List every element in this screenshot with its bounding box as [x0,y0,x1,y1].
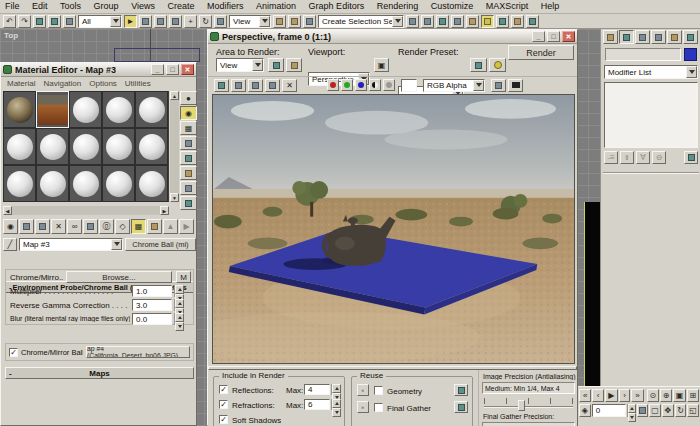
key-mode-icon[interactable]: ◈ [579,404,591,417]
chevron-down-icon[interactable] [473,80,484,91]
color-correction-icon[interactable] [491,79,506,92]
reset-map-icon[interactable]: ✕ [51,219,66,234]
selection-set-dropdown[interactable]: Create Selection Set [318,15,404,28]
material-type-button[interactable]: Chrome Ball (mi) [125,238,196,251]
curve-editor-icon[interactable] [451,15,464,28]
final-gather-file-icon[interactable] [454,401,468,413]
previous-frame-icon[interactable]: ‹ [592,389,603,402]
close-icon[interactable]: ✕ [562,31,575,42]
bind-spacewarp-icon[interactable] [63,15,76,28]
sample-slot[interactable] [135,128,168,165]
object-color-swatch[interactable] [684,48,697,61]
slider-thumb[interactable] [518,400,525,411]
move-icon[interactable]: + [184,15,197,28]
tab-hierarchy-icon[interactable] [635,30,650,44]
show-end-result-material-icon[interactable] [147,219,162,234]
next-frame-icon[interactable]: › [619,389,630,402]
blue-channel-icon[interactable] [355,79,367,91]
browse-button[interactable]: Browse... [66,271,172,283]
sample-slot-desert-map[interactable] [36,91,69,128]
select-by-name-icon[interactable] [139,15,152,28]
sample-type-sphere-icon[interactable]: ● [180,91,197,105]
go-to-end-icon[interactable]: » [631,389,643,402]
menu-options[interactable]: Options [86,79,120,88]
map-slot-button[interactable]: ap #4 (California_Desert_bp06.JPG) [86,346,190,358]
material-editor-icon[interactable] [481,15,494,28]
reflections-max-field[interactable]: 4 [304,384,330,395]
sample-slot-vscrollbar[interactable]: ▲ ▼ [170,91,179,202]
layer-manager-icon[interactable] [436,15,449,28]
unlink-icon[interactable] [48,15,61,28]
tab-modify-icon[interactable] [619,30,634,44]
clear-image-icon[interactable]: ✕ [282,79,297,92]
sample-slot-hscrollbar[interactable]: ◀ ▶ [3,206,169,215]
toggle-ui-icon[interactable] [508,79,523,92]
assign-to-selection-icon[interactable] [35,219,50,234]
get-material-icon[interactable]: ◉ [3,219,18,234]
blur-field[interactable]: 0.0 [132,313,172,325]
sample-tiling-icon[interactable] [180,136,197,150]
pan-icon[interactable]: ✥ [662,404,674,417]
options-icon[interactable] [180,181,197,195]
configure-modifier-sets-icon[interactable] [684,151,698,164]
material-id-channel-icon[interactable]: ⓪ [99,219,114,234]
compare-ab-icon[interactable] [248,79,263,92]
sample-slot[interactable] [69,128,102,165]
sample-slot[interactable] [3,128,36,165]
chevron-down-icon[interactable] [110,16,121,27]
chevron-down-icon[interactable] [259,16,270,27]
put-to-library-icon[interactable] [83,219,98,234]
show-map-in-viewport-icon[interactable]: ▦ [131,219,146,234]
refractions-max-spinner[interactable] [331,399,341,410]
tab-create-icon[interactable] [603,30,618,44]
blur-spinner[interactable] [174,313,184,325]
mono-channel-icon[interactable] [369,79,381,91]
sample-slot[interactable] [69,165,102,202]
sample-slot[interactable] [102,128,135,165]
minimize-icon[interactable]: _ [532,31,545,42]
make-preview-icon[interactable] [180,166,197,180]
menu-group[interactable]: Group [89,0,124,12]
map-button[interactable]: M [176,271,191,283]
background-checker-icon[interactable]: ▦ [180,121,197,135]
red-channel-icon[interactable] [327,79,339,91]
clone-window-icon[interactable] [231,79,246,92]
image-precision-slider[interactable] [482,396,575,410]
pin-stack-icon[interactable]: -≡ [604,151,618,164]
reverse-gamma-spinner[interactable] [174,299,184,311]
viewport-lock-icon[interactable]: ▣ [374,58,389,72]
show-std-map-icon[interactable]: ◇ [115,219,130,234]
sample-slot[interactable] [102,91,135,128]
snap-toggle-icon[interactable] [303,15,316,28]
menu-customize[interactable]: Customize [426,0,479,12]
menu-create[interactable]: Create [163,0,200,12]
scale-icon[interactable] [214,15,227,28]
menu-graph-editors[interactable]: Graph Editors [304,0,370,12]
region-zoom-icon[interactable]: ▢ [649,404,661,417]
quick-render-icon[interactable] [526,15,539,28]
menu-maxscript[interactable]: MAXScript [481,0,534,12]
menu-animation[interactable]: Animation [251,0,301,12]
maps-rollout-header[interactable]: - Maps [5,367,194,379]
reflections-max-spinner[interactable] [331,384,341,395]
sample-slot[interactable] [69,91,102,128]
pick-material-eyedropper-icon[interactable]: ╱ [3,238,17,251]
video-color-check-icon[interactable] [180,151,197,165]
select-by-material-icon[interactable] [180,196,197,210]
lock-final-gather-icon[interactable]: ▪ [357,401,369,413]
current-frame-field[interactable]: 0 [592,404,626,417]
rotate-icon[interactable]: ↻ [199,15,212,28]
edit-region-icon[interactable] [268,58,284,72]
maximize-icon[interactable]: □ [166,64,179,75]
menu-help[interactable]: Help [536,0,565,12]
reverse-gamma-field[interactable]: 3.0 [132,299,172,311]
viewport-top-label[interactable]: Top [4,31,18,40]
reflections-checkbox[interactable]: ✓ [219,385,228,394]
area-to-render-dropdown[interactable]: View [216,58,264,72]
frame-spinner[interactable] [627,404,636,417]
go-to-start-icon[interactable]: « [579,389,591,402]
close-icon[interactable]: ✕ [181,64,194,75]
tab-motion-icon[interactable] [651,30,666,44]
material-editor-titlebar[interactable]: Material Editor - Map #3 _ □ ✕ [1,63,196,77]
chevron-down-icon[interactable] [111,239,122,250]
